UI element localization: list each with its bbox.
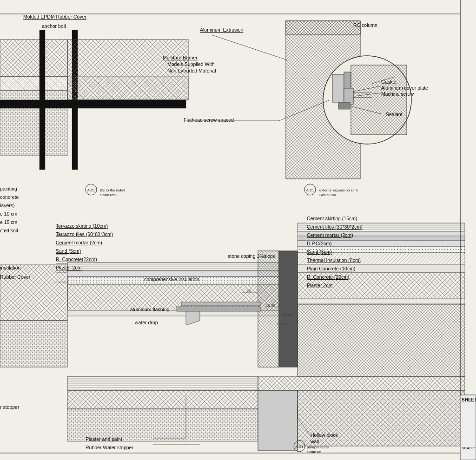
rubber-water-stopper-label: Rubber Water stopper xyxy=(86,445,133,450)
svg-rect-50 xyxy=(0,321,67,367)
exterior-expansion-label: exterior expansion joint xyxy=(319,188,357,192)
svg-rect-52 xyxy=(67,271,281,276)
models-supplied-label: Models Supplied With xyxy=(167,61,215,67)
hollow-block-label: Hollow block xyxy=(311,432,338,438)
svg-rect-81 xyxy=(258,390,298,451)
svg-text:16: 16 xyxy=(266,303,270,308)
aluminum-flashing-label: aluminum flashing xyxy=(130,307,170,312)
scale-detail2-label: Scale1/50 xyxy=(319,193,336,197)
svg-text:28: 28 xyxy=(283,313,287,317)
thermal-insulation-label: Thermal Insulation (8cm) xyxy=(307,257,361,263)
svg-text:18: 18 xyxy=(277,322,281,326)
plain-concrete-label: Plain Concrete (10cm) xyxy=(307,266,355,271)
svg-text:20: 20 xyxy=(288,313,292,317)
svg-rect-66 xyxy=(279,251,298,367)
scale-bottom-label: SCALE: 1/ xyxy=(462,446,476,450)
stopper-label: r stopper xyxy=(0,404,19,410)
parapet-detail-label: parapet detail xyxy=(307,445,329,449)
svg-rect-23 xyxy=(0,39,67,77)
concrete-label: concrete xyxy=(0,194,19,200)
flathead-screw-label: Flathead screw spaced xyxy=(184,117,234,123)
svg-rect-68 xyxy=(177,307,260,311)
svg-rect-34 xyxy=(332,74,344,102)
moisture-barrier-label: Moisture Barrier xyxy=(163,55,198,60)
sand2-label: Sand (5cm) xyxy=(307,249,332,255)
sand1-label: Sand (5cm) xyxy=(56,248,81,254)
sheet-label: SHEET 1 xyxy=(462,397,476,402)
insulation-label: insulation xyxy=(0,265,20,270)
svg-rect-32 xyxy=(286,21,360,35)
scale-parapet-label: Scale1/5 xyxy=(307,450,321,454)
svg-rect-82 xyxy=(298,390,465,446)
plaster1-label: Plaster 2cm xyxy=(56,265,81,270)
wall-label: wall xyxy=(311,439,319,444)
plaster-paint-label: Plaster and paint xyxy=(86,436,122,442)
cement-mortar2-label: Cement mortar (2cm) xyxy=(307,232,353,238)
molded-epdm-label: Molded EPDM Rubber Cover xyxy=(23,14,86,20)
svg-text:A-21: A-21 xyxy=(306,188,314,192)
svg-rect-51 xyxy=(67,263,281,271)
cement-skirting-label: Cement skirting (15cm) xyxy=(307,216,357,221)
plaster2-label: Plaster 2cm xyxy=(307,283,332,288)
scale-detail-label: Scale1/50 xyxy=(100,193,117,197)
svg-rect-36 xyxy=(351,65,407,135)
cement-tiles-label: Cement tiles (30*30*2cm) xyxy=(307,224,363,230)
painting-label: painting xyxy=(0,186,17,191)
terrazzo-skirting-label: Terrazzo skirting (10cm) xyxy=(56,223,108,229)
svg-rect-83 xyxy=(258,376,465,390)
sealant-label: Sealant xyxy=(386,112,403,117)
layers-label: layers) xyxy=(0,203,15,208)
r-concrete2-label: R. Concrete (20cm) xyxy=(307,274,350,280)
gasket-label: Gasket xyxy=(381,79,397,85)
svg-text:18: 18 xyxy=(283,322,287,326)
comprehensive-label: comprehensive insulation xyxy=(144,276,199,282)
svg-rect-30 xyxy=(67,77,188,100)
svg-rect-41 xyxy=(338,102,350,109)
aluminum-cover-label: Aluminum cover plate xyxy=(381,85,428,91)
machine-screw-label: Machine screw xyxy=(381,91,414,97)
svg-rect-24 xyxy=(0,77,67,91)
size10-label: e 10 cm xyxy=(0,211,17,217)
stone-coping-label: stone coping 1%slope xyxy=(228,253,276,259)
svg-rect-105 xyxy=(460,395,476,460)
rc-column-label: RC column xyxy=(353,22,377,28)
svg-rect-28 xyxy=(0,100,186,108)
svg-rect-49 xyxy=(0,265,67,321)
size15-label: e 15 cm xyxy=(0,219,17,225)
terrazzo-tiles-label: Terrazzo tiles (60*60*3cm) xyxy=(56,231,113,237)
water-drop-label: water drop xyxy=(135,320,158,325)
aluminum-extrusion-label: Aluminum Extrusion xyxy=(200,27,243,33)
r-concrete1-label: R. Concrete(22cm) xyxy=(56,256,97,262)
cement-mortar1-label: Cement mortar (2cm) xyxy=(56,240,102,245)
svg-text:60: 60 xyxy=(247,289,251,293)
svg-text:30: 30 xyxy=(271,303,275,308)
svg-rect-78 xyxy=(67,376,258,390)
non-extruded-label: Non Extruded Material xyxy=(167,68,216,73)
svg-rect-69 xyxy=(181,302,260,306)
svg-text:A-21: A-21 xyxy=(296,445,304,449)
svg-rect-84 xyxy=(298,304,465,376)
dpc-label: D.P.C(2cm) xyxy=(307,241,331,246)
svg-rect-64 xyxy=(298,298,465,304)
tile-detail-label: tile to the detail xyxy=(100,188,125,192)
anchor-bolt-label: anchor bolt xyxy=(42,23,66,29)
svg-text:A-21: A-21 xyxy=(87,188,95,192)
cted-soil-label: cted soil xyxy=(0,228,18,233)
drawing-canvas: 60 16 30 28 20 18 18 xyxy=(0,0,476,460)
svg-rect-65 xyxy=(258,251,279,367)
rubber-cover-label: Rubber Cover xyxy=(0,274,30,280)
svg-rect-79 xyxy=(67,390,258,409)
